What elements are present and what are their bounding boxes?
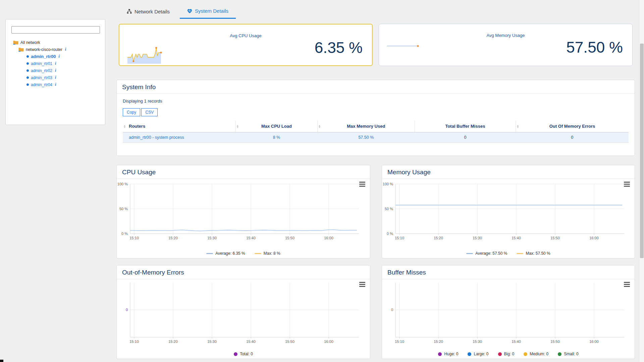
chart-body: 100 %50 %0 %15:1015:2015:3015:4015:5016:… [117,179,370,259]
legend-dot-swatch [438,352,442,356]
sitemap-icon [127,9,132,14]
info-icon[interactable]: i [58,54,59,59]
avg-cpu-usage-card[interactable]: Avg CPU Usage 6.35 % [119,24,373,66]
cpu-usage-chart: 100 %50 %0 %15:1015:2015:3015:4015:5016:… [117,179,369,243]
legend-item[interactable]: Big: 0 [498,352,515,356]
chart-menu-icon[interactable] [359,282,365,288]
legend-item[interactable]: Huge: 0 [438,352,458,356]
sort-icon: ▴▾ [124,125,125,128]
panel-title: System Info [117,80,635,94]
tree-node-admin-rtr03[interactable]: admin_rtr03 i [6,75,105,80]
column-header-max-memory-used[interactable]: ▴▾ Max Memory Used [318,120,415,132]
column-header-total-buffer-misses[interactable]: Total Buffer Misses [415,120,516,132]
tree-node-label: admin_rtr01 [31,61,52,66]
info-icon[interactable]: i [65,47,66,52]
tree-node-admin-rtr04[interactable]: admin_rtr04 i [6,82,105,87]
legend-item[interactable]: Medium: 0 [524,352,548,356]
tab-system-details[interactable]: System Details [180,4,236,19]
legend-label: Large: 0 [474,352,488,356]
y-axis-tick-label: 50 % [385,207,393,211]
router-link[interactable]: admin_rtr00 - system process [129,135,184,140]
avg-memory-usage-card[interactable]: Avg Memory Usage 57.50 % [379,24,633,66]
memory-sparkline-chart [386,44,420,48]
card-value: 6.35 % [315,39,363,57]
tree-node-label: admin_rtr02 [31,68,52,73]
bullet-icon [26,62,29,65]
legend-item[interactable]: Average: 6.35 % [206,251,245,256]
legend-item[interactable]: Total: 0 [234,352,253,356]
copy-button[interactable]: Copy [123,108,140,116]
tree-node-label: admin_rtr00 [31,54,56,59]
column-header-routers[interactable]: ▴▾ Routers [123,120,235,132]
x-axis-tick-label: 15:40 [512,340,521,344]
chart-menu-icon[interactable] [359,182,365,188]
x-axis-tick-label: 15:20 [168,236,178,240]
legend-label: Huge: 0 [444,352,458,356]
buffer-misses-panel: Buffer Misses 015:1015:2015:3015:4015:50… [382,265,635,359]
csv-button[interactable]: CSV [141,108,158,116]
info-icon[interactable]: i [55,82,56,87]
tree-node-network-cisco-router[interactable]: network-cisco-router i [6,47,105,52]
legend-dot-swatch [558,352,561,356]
x-axis-tick-label: 15:30 [473,340,482,344]
legend-line-swatch [255,253,261,254]
bullet-icon [26,76,29,79]
legend-item[interactable]: Large: 0 [468,352,488,356]
records-count-text: Displaying 1 records [123,99,629,104]
info-icon[interactable]: i [55,68,56,73]
total-buffer-misses-value: 0 [415,132,516,143]
panel-title: Memory Usage [382,165,635,179]
buffer-misses-chart: 015:1015:2015:3015:4015:5016:00 [382,279,634,346]
card-title: Avg Memory Usage [379,33,632,38]
scrollbar-thumb[interactable] [640,44,644,258]
page-scrollbar[interactable] [639,0,644,362]
chart-menu-icon[interactable] [624,182,630,188]
chart-legend: Huge: 0Large: 0Big: 0Medium: 0Small: 0 [382,352,635,356]
tree-search-input[interactable] [11,26,100,34]
info-icon[interactable]: i [55,61,56,66]
x-axis-tick-label: 16:00 [324,340,333,344]
column-header-out-of-memory-errors[interactable]: ▴▾ Out Of Memory Errors [516,120,629,132]
memory-usage-panel: Memory Usage 100 %50 %0 %15:1015:2015:30… [382,165,635,258]
legend-dot-swatch [524,352,527,356]
corner-notch [0,360,3,362]
tab-network-details[interactable]: Network Details [119,4,177,19]
x-axis-tick-label: 15:30 [207,236,217,240]
page: Network Details System Details All netwo… [0,0,644,362]
legend-label: Small: 0 [564,352,578,356]
legend-dot-swatch [498,352,502,356]
tree-node-admin-rtr00[interactable]: admin_rtr00 i [6,54,105,59]
x-axis-tick-label: 16:00 [324,236,333,240]
sparkline-dot [160,52,162,53]
out-of-memory-errors-panel: Out-of-Memory Errors 015:1015:2015:3015:… [116,265,370,359]
legend-item[interactable]: Max: 57.50 % [517,251,550,256]
column-header-max-cpu-load[interactable]: ▴▾ Max CPU Load [235,120,317,132]
panel-title: Out-of-Memory Errors [117,265,370,279]
legend-item[interactable]: Average: 57.50 % [466,251,507,256]
x-axis-tick-label: 15:50 [550,340,560,344]
memory-usage-chart: 100 %50 %0 %15:1015:2015:3015:4015:5016:… [382,179,634,243]
tree-node-label: All network [20,40,40,45]
chart-legend: Average: 6.35 %Max: 8 % [117,251,370,256]
x-axis-tick-label: 15:10 [129,236,139,240]
tree-node-admin-rtr01[interactable]: admin_rtr01 i [6,61,105,66]
info-icon[interactable]: i [55,75,56,80]
x-axis-tick-label: 15:30 [207,340,217,344]
bullet-icon [26,69,29,72]
chart-menu-icon[interactable] [624,282,630,288]
sparkline-dot [155,47,157,49]
legend-item[interactable]: Max: 8 % [255,251,280,256]
x-axis-tick-label: 15:50 [550,236,560,240]
sort-icon: ▴▾ [319,125,320,128]
chart-body: 015:1015:2015:3015:4015:5016:00 Total: 0 [117,279,370,359]
legend-line-swatch [517,253,523,254]
system-info-body: Displaying 1 records Copy CSV ▴▾ Routers… [117,94,635,147]
tab-label: Network Details [135,9,170,14]
tree-node-label: admin_rtr03 [31,75,52,80]
legend-item[interactable]: Small: 0 [558,352,578,356]
y-axis-tick-label: 100 % [383,182,393,186]
legend-line-swatch [206,253,213,254]
tree-node-all-network[interactable]: All network [6,40,105,45]
legend-line-swatch [466,253,473,254]
tree-node-admin-rtr02[interactable]: admin_rtr02 i [6,68,105,73]
